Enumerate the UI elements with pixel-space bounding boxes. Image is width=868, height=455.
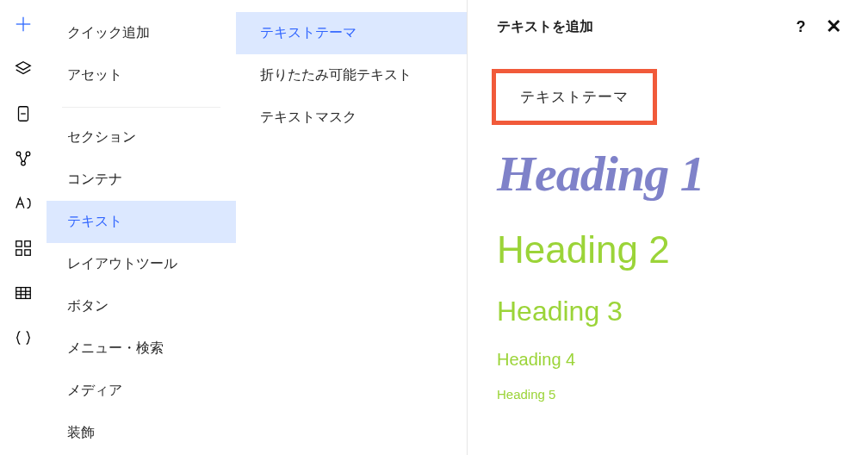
close-button[interactable]: ✕: [822, 15, 846, 39]
table-button[interactable]: [3, 272, 44, 314]
category-button[interactable]: ボタン: [46, 285, 236, 327]
layers-icon: [14, 59, 33, 78]
heading-4-sample[interactable]: Heading 4: [497, 350, 846, 370]
heading-1-sample[interactable]: Heading 1: [497, 149, 846, 199]
nodes-icon: [14, 149, 33, 168]
panel-content: テキストテーマ Heading 1 Heading 2 Heading 3 He…: [497, 45, 846, 402]
submenu-text-theme[interactable]: テキストテーマ: [236, 12, 467, 54]
category-menu: クイック追加 アセット セクション コンテナ テキスト レイアウトツール ボタン…: [46, 0, 236, 455]
category-assets[interactable]: アセット: [46, 54, 236, 97]
category-media[interactable]: メディア: [46, 370, 236, 412]
close-icon: ✕: [826, 16, 841, 38]
grid-icon: [14, 239, 33, 258]
page-icon: [14, 104, 33, 123]
submenu-collapsible-text[interactable]: 折りたたみ可能テキスト: [236, 54, 467, 97]
category-quick-add[interactable]: クイック追加: [46, 12, 236, 54]
svg-rect-12: [25, 250, 30, 255]
category-section[interactable]: セクション: [46, 116, 236, 159]
svg-marker-2: [16, 62, 31, 70]
submenu: テキストテーマ 折りたたみ可能テキスト テキストマスク: [236, 0, 467, 455]
plus-icon: [14, 15, 33, 34]
category-layout-tool[interactable]: レイアウトツール: [46, 243, 236, 285]
add-button[interactable]: [3, 3, 44, 45]
panel-header: テキストを追加 ? ✕: [497, 9, 846, 45]
dev-button[interactable]: [3, 317, 44, 358]
category-group-quick: クイック追加 アセット: [46, 7, 236, 103]
braces-icon: [14, 328, 33, 347]
layers-button[interactable]: [3, 48, 44, 90]
nodes-button[interactable]: [3, 138, 44, 179]
help-button[interactable]: ?: [789, 15, 813, 39]
table-icon: [14, 284, 33, 302]
svg-rect-10: [25, 241, 30, 246]
category-container[interactable]: コンテナ: [46, 159, 236, 201]
category-text[interactable]: テキスト: [46, 201, 236, 243]
submenu-text-mask[interactable]: テキストマスク: [236, 97, 467, 139]
add-text-panel: テキストを追加 ? ✕ テキストテーマ Heading 1 Heading 2 …: [468, 0, 868, 455]
svg-rect-13: [16, 288, 31, 299]
panel-title: テキストを追加: [497, 18, 789, 36]
heading-2-sample[interactable]: Heading 2: [497, 228, 846, 271]
divider: [62, 107, 220, 108]
category-decoration[interactable]: 装飾: [46, 412, 236, 454]
grid-button[interactable]: [3, 228, 44, 269]
heading-3-sample[interactable]: Heading 3: [497, 296, 846, 327]
category-menu-search[interactable]: メニュー・検索: [46, 327, 236, 370]
panel-actions: ? ✕: [789, 15, 846, 39]
help-icon: ?: [797, 18, 806, 36]
icon-rail: [0, 0, 46, 455]
text-style-icon: [14, 194, 33, 213]
svg-rect-9: [16, 241, 22, 246]
svg-point-7: [22, 161, 26, 165]
svg-point-5: [16, 152, 21, 156]
svg-rect-11: [16, 250, 22, 255]
svg-point-6: [26, 152, 30, 156]
text-theme-callout[interactable]: テキストテーマ: [492, 69, 657, 125]
category-group-elements: セクション コンテナ テキスト レイアウトツール ボタン メニュー・検索 メディ…: [46, 111, 236, 455]
text-style-button[interactable]: [3, 183, 44, 224]
page-button[interactable]: [3, 93, 44, 134]
heading-5-sample[interactable]: Heading 5: [497, 387, 846, 402]
